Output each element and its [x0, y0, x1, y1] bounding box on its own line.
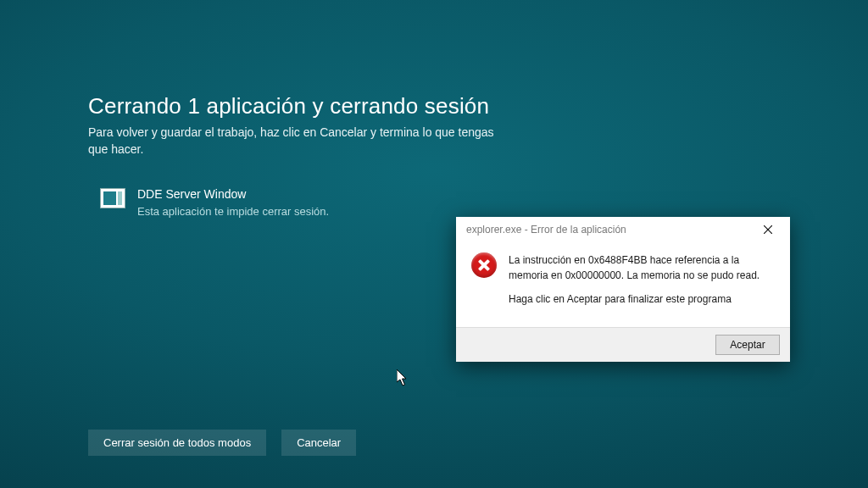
dialog-body: La instrucción en 0x6488F4BB hace refere… — [456, 242, 790, 327]
force-signout-button[interactable]: Cerrar sesión de todos modos — [88, 430, 266, 456]
dialog-titlebar[interactable]: explorer.exe - Error de la aplicación — [456, 217, 790, 242]
error-dialog: explorer.exe - Error de la aplicación La… — [456, 217, 790, 362]
blocking-app-status: Esta aplicación te impide cerrar sesión. — [137, 204, 329, 219]
page-title: Cerrando 1 aplicación y cerrando sesión — [88, 93, 563, 119]
dialog-title: explorer.exe - Error de la aplicación — [466, 224, 626, 236]
action-bar: Cerrar sesión de todos modos Cancelar — [88, 430, 356, 456]
ok-button[interactable]: Aceptar — [715, 335, 780, 355]
dialog-message: La instrucción en 0x6488F4BB hace refere… — [509, 252, 775, 315]
dialog-footer: Aceptar — [456, 327, 790, 362]
blocking-app-name: DDE Server Window — [137, 186, 329, 202]
dialog-message-line2: Haga clic en Aceptar para finalizar este… — [509, 291, 775, 307]
mouse-cursor-icon — [397, 369, 409, 386]
blocking-app-row: DDE Server Window Esta aplicación te imp… — [100, 186, 563, 219]
cancel-button[interactable]: Cancelar — [281, 430, 356, 456]
dialog-message-line1: La instrucción en 0x6488F4BB hace refere… — [509, 252, 775, 283]
error-icon — [471, 252, 497, 278]
page-subtitle: Para volver y guardar el trabajo, haz cl… — [88, 125, 495, 158]
close-icon[interactable] — [751, 219, 785, 241]
app-window-icon — [100, 188, 125, 208]
blocking-app-text: DDE Server Window Esta aplicación te imp… — [137, 186, 329, 219]
shutdown-screen: Cerrando 1 aplicación y cerrando sesión … — [88, 93, 563, 219]
